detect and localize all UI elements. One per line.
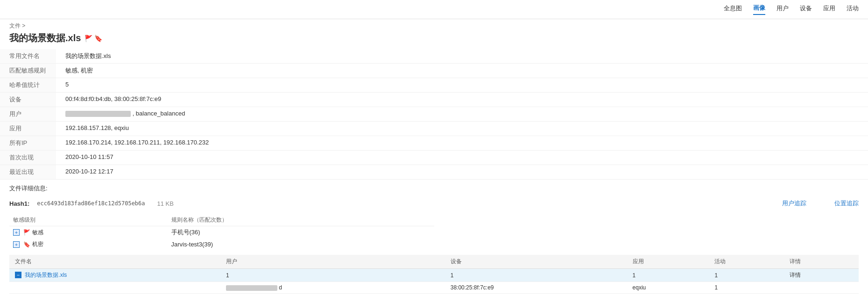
info-table: 常用文件名 我的场景数据.xls 匹配敏感规则 敏感, 机密 哈希值统计 5 设… bbox=[0, 49, 868, 180]
nav-device[interactable]: 设备 bbox=[800, 4, 812, 14]
file-cell-device-0: 1 bbox=[445, 269, 627, 282]
file-cell-device-1: 38:00:25:8f:7c:e9 bbox=[445, 282, 627, 294]
table-row: d 38:00:25:8f:7c:e9 eqxiu 1 bbox=[9, 282, 859, 294]
info-label-rules: 匹配敏感规则 bbox=[0, 64, 56, 78]
expand-sensitivity-1[interactable]: + bbox=[13, 241, 20, 248]
table-row: − 我的场景数据.xls 1 1 1 1 详情 bbox=[9, 269, 859, 282]
file-detail-section: Hash1: ecc6493d183fad86ef18c12d5705eb6a … bbox=[0, 195, 868, 294]
nav-image[interactable]: 画像 bbox=[753, 4, 765, 15]
file-cell-activity-0: 1 bbox=[709, 269, 783, 282]
sensitivity-row-0: + 🚩 敏感 手机号(36) bbox=[9, 226, 434, 239]
file-cell-user-0: 1 bbox=[220, 269, 445, 282]
info-label-user: 用户 bbox=[0, 107, 56, 122]
file-cell-app-0: 1 bbox=[627, 269, 709, 282]
info-label-app: 应用 bbox=[0, 122, 56, 136]
sens-rule-0: 手机号(36) bbox=[168, 226, 434, 239]
col-filename: 文件名 bbox=[9, 255, 220, 269]
sens-rule-1: Jarvis-test3(39) bbox=[168, 238, 434, 250]
info-value-user: , balance_balanced bbox=[56, 107, 868, 122]
section-title: 文件详细信息: bbox=[0, 180, 868, 195]
nav-overview[interactable]: 全息图 bbox=[724, 4, 742, 14]
top-navigation: 全息图 画像 用户 设备 应用 活动 bbox=[0, 0, 868, 19]
sens-col2-header: 规则名称（匹配次数） bbox=[168, 214, 434, 226]
nav-activity[interactable]: 活动 bbox=[847, 4, 859, 14]
info-label-filename: 常用文件名 bbox=[0, 49, 56, 64]
sens-flag-red: 🚩 bbox=[23, 229, 30, 236]
info-label-last-seen: 最近出现 bbox=[0, 165, 56, 180]
sens-level-label-1: 机密 bbox=[32, 240, 43, 248]
sens-flag-pink: 🔖 bbox=[23, 241, 30, 248]
file-link-0[interactable]: 我的场景数据.xls bbox=[25, 272, 67, 278]
hash-row: Hash1: ecc6493d183fad86ef18c12d5705eb6a … bbox=[9, 195, 859, 211]
hash-links: 用户追踪 位置追踪 bbox=[782, 199, 859, 208]
file-cell-name-0: − 我的场景数据.xls bbox=[9, 269, 220, 282]
nav-app[interactable]: 应用 bbox=[823, 4, 835, 14]
flag-blue-icon[interactable]: 🔖 bbox=[94, 35, 102, 42]
info-row-ip: 所有IP 192.168.170.214, 192.168.170.211, 1… bbox=[0, 136, 868, 151]
info-row-device: 设备 00:f4:8d:f0:b4:db, 38:00:25:8f:7c:e9 bbox=[0, 93, 868, 107]
info-value-hash-count: 5 bbox=[56, 78, 868, 93]
info-value-device: 00:f4:8d:f0:b4:db, 38:00:25:8f:7c:e9 bbox=[56, 93, 868, 107]
col-activity: 活动 bbox=[709, 255, 783, 269]
col-app: 应用 bbox=[627, 255, 709, 269]
file-cell-activity-1: 1 bbox=[709, 282, 783, 294]
info-value-rules: 敏感, 机密 bbox=[56, 64, 868, 78]
info-row-app: 应用 192.168.157.128, eqxiu bbox=[0, 122, 868, 136]
title-icons: 🚩 🔖 bbox=[85, 35, 102, 42]
expand-sensitivity-0[interactable]: + bbox=[13, 229, 20, 236]
page-title: 我的场景数据.xls bbox=[9, 32, 81, 44]
info-value-filename: 我的场景数据.xls bbox=[56, 49, 868, 64]
files-table: 文件名 用户 设备 应用 活动 详情 − 我的场景数据.xls 1 1 1 1 … bbox=[9, 255, 859, 294]
breadcrumb: 文件 > bbox=[0, 19, 868, 30]
col-detail: 详情 bbox=[784, 255, 859, 269]
files-table-header: 文件名 用户 设备 应用 活动 详情 bbox=[9, 255, 859, 269]
file-cell-user-1: d bbox=[220, 282, 445, 294]
info-label-hash-count: 哈希值统计 bbox=[0, 78, 56, 93]
sensitivity-row-1: + 🔖 机密 Jarvis-test3(39) bbox=[9, 238, 434, 250]
info-row-rules: 匹配敏感规则 敏感, 机密 bbox=[0, 64, 868, 78]
location-trace-link[interactable]: 位置追踪 bbox=[834, 199, 859, 208]
info-row-filename: 常用文件名 我的场景数据.xls bbox=[0, 49, 868, 64]
info-row-first-seen: 首次出现 2020-10-10 11:57 bbox=[0, 151, 868, 165]
user-trace-link[interactable]: 用户追踪 bbox=[782, 199, 806, 208]
info-value-ip[interactable]: 192.168.170.214, 192.168.170.211, 192.16… bbox=[56, 136, 868, 151]
info-row-last-seen: 最近出现 2020-10-12 12:17 bbox=[0, 165, 868, 180]
hash-value: ecc6493d183fad86ef18c12d5705eb6a bbox=[37, 200, 145, 207]
collapse-row-0[interactable]: − bbox=[15, 272, 21, 278]
sensitivity-table: 敏感级别 规则名称（匹配次数） + 🚩 敏感 手机号(36) + bbox=[9, 214, 434, 250]
sens-col1-header: 敏感级别 bbox=[9, 214, 168, 226]
flag-red-icon[interactable]: 🚩 bbox=[85, 35, 92, 42]
info-row-user: 用户 , balance_balanced bbox=[0, 107, 868, 122]
sens-level-1: + 🔖 机密 bbox=[9, 238, 168, 250]
info-label-first-seen: 首次出现 bbox=[0, 151, 56, 165]
sens-level-0: + 🚩 敏感 bbox=[9, 226, 168, 239]
file-cell-detail-1 bbox=[784, 282, 859, 294]
sens-level-label-0: 敏感 bbox=[32, 229, 43, 237]
info-value-first-seen: 2020-10-10 11:57 bbox=[56, 151, 868, 165]
hash-label: Hash1: bbox=[9, 200, 29, 207]
col-user: 用户 bbox=[220, 255, 445, 269]
hash-left: Hash1: ecc6493d183fad86ef18c12d5705eb6a … bbox=[9, 200, 174, 207]
info-label-ip: 所有IP bbox=[0, 136, 56, 151]
info-label-device: 设备 bbox=[0, 93, 56, 107]
info-value-last-seen: 2020-10-12 12:17 bbox=[56, 165, 868, 180]
info-row-hash-count: 哈希值统计 5 bbox=[0, 78, 868, 93]
file-cell-app-1: eqxiu bbox=[627, 282, 709, 294]
info-value-app: 192.168.157.128, eqxiu bbox=[56, 122, 868, 136]
file-cell-name-1 bbox=[9, 282, 220, 294]
col-device: 设备 bbox=[445, 255, 627, 269]
hash-size: 11 KB bbox=[157, 200, 174, 207]
file-cell-detail-0[interactable]: 详情 bbox=[784, 269, 859, 282]
page-title-row: 我的场景数据.xls 🚩 🔖 bbox=[0, 30, 868, 49]
nav-user[interactable]: 用户 bbox=[776, 4, 789, 14]
